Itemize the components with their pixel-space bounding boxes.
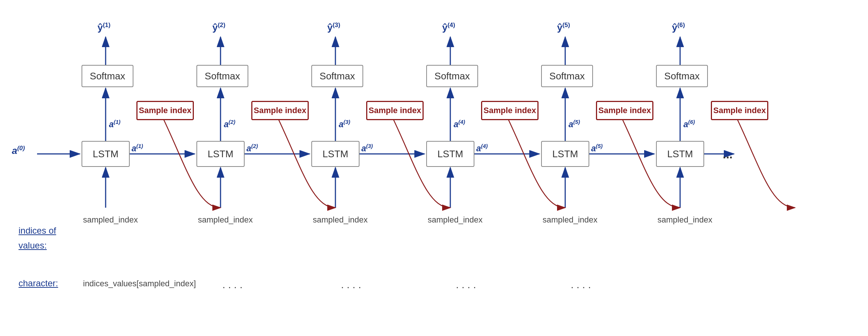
a1-arrow-label: a(1): [132, 143, 143, 154]
yhat3-label: ŷ(3): [327, 22, 340, 33]
indices-of-label: indices of: [19, 225, 56, 236]
a3-arrow-label: a(3): [361, 143, 373, 154]
softmax-box-3: Softmax: [426, 65, 478, 87]
character-label: character:: [19, 278, 58, 289]
a2-arrow-label: a(2): [246, 143, 258, 154]
lstm-box-3: LSTM: [426, 141, 474, 167]
dots-bottom-3: . . . .: [456, 279, 476, 291]
sampled-index-label-0: sampled_index: [83, 215, 138, 225]
yhat5-label: ŷ(5): [557, 22, 570, 33]
a0-label: a(0): [12, 145, 25, 157]
lstm-box-5: LSTM: [656, 141, 704, 167]
a1-vertical-label: a(1): [109, 119, 120, 129]
a5-vertical-label: a(5): [569, 119, 580, 129]
sample-index-box-3: Sample index: [366, 101, 424, 120]
sampled-index-label-4: sampled_index: [543, 215, 597, 225]
a4-arrow-label: a(4): [476, 143, 488, 154]
a6-vertical-label: a(6): [683, 119, 695, 129]
values-label: values:: [19, 240, 47, 251]
yhat2-label: ŷ(2): [212, 22, 225, 33]
indices-values-label: indices_values[sampled_index]: [83, 279, 196, 289]
a2-vertical-label: a(2): [224, 119, 235, 129]
sample-index-box-1: Sample index: [136, 101, 194, 120]
sample-index-box-4: Sample index: [481, 101, 539, 120]
a3-vertical-label: a(3): [339, 119, 350, 129]
yhat4-label: ŷ(4): [442, 22, 455, 33]
softmax-box-4: Softmax: [541, 65, 593, 87]
dots-horizontal: ...: [723, 148, 733, 161]
yhat6-label: ŷ(6): [672, 22, 685, 33]
sample-index-box-6: Sample index: [711, 101, 768, 120]
sampled-index-label-3: sampled_index: [428, 215, 483, 225]
sampled-index-label-1: sampled_index: [198, 215, 253, 225]
sample-index-box-5: Sample index: [596, 101, 653, 120]
softmax-box-1: Softmax: [196, 65, 248, 87]
lstm-box-2: LSTM: [311, 141, 360, 167]
dots-bottom-1: . . . .: [222, 279, 242, 291]
sample-index-box-2: Sample index: [251, 101, 309, 120]
diagram-container: a(0) LSTM LSTM LSTM LSTM LSTM LSTM ... S…: [0, 0, 868, 336]
lstm-box-0: LSTM: [82, 141, 130, 167]
lstm-box-4: LSTM: [541, 141, 589, 167]
lstm-box-1: LSTM: [196, 141, 245, 167]
yhat1-label: ŷ(1): [97, 22, 110, 33]
softmax-box-5: Softmax: [656, 65, 708, 87]
dots-bottom-4: . . . .: [571, 279, 591, 291]
sampled-index-label-2: sampled_index: [313, 215, 368, 225]
a4-vertical-label: a(4): [454, 119, 465, 129]
sampled-index-label-5: sampled_index: [657, 215, 712, 225]
softmax-box-0: Softmax: [82, 65, 133, 87]
a5-arrow-label: a(5): [591, 143, 603, 154]
dots-bottom-2: . . . .: [341, 279, 361, 291]
softmax-box-2: Softmax: [311, 65, 363, 87]
